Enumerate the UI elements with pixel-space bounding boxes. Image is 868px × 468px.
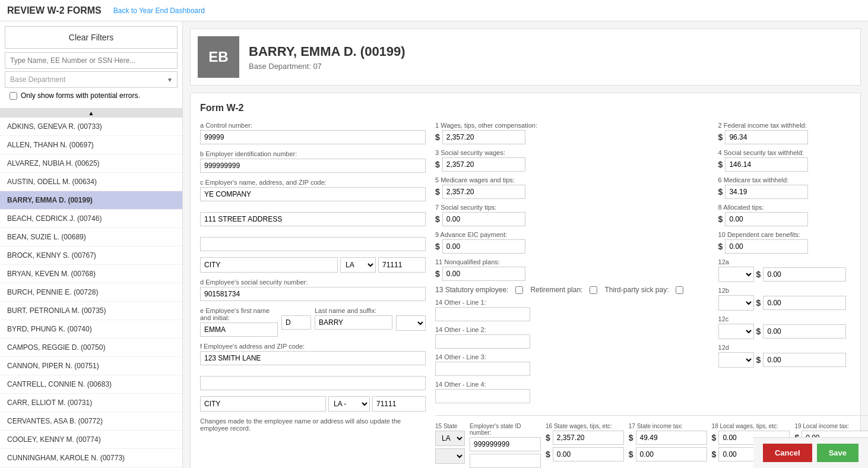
last-name-input[interactable] [315, 315, 392, 330]
sidebar-list-item[interactable]: BEAN, SUZIE L. (00689) [0, 228, 182, 246]
control-number-label: a Control number: [200, 122, 426, 129]
box14-1-input[interactable] [435, 307, 530, 321]
box8-input[interactable] [725, 212, 808, 226]
retirement-checkbox[interactable] [590, 286, 597, 294]
box14-3-row: 14 Other - Line 3: [435, 353, 707, 376]
ssn-label: d Employee's social security number: [200, 279, 426, 286]
main-layout: Clear Filters Base Department Only show … [0, 21, 868, 468]
employer-id-input[interactable] [200, 159, 426, 173]
box14-3-input[interactable] [435, 362, 530, 376]
box16-dollar2: $ [546, 450, 550, 459]
box17-row1-input[interactable] [636, 431, 707, 445]
employer-street2-input[interactable] [200, 237, 426, 251]
box9-input[interactable] [442, 239, 525, 254]
box11-row: 11 Nonqualified plans: $ [435, 258, 707, 281]
cancel-button[interactable]: Cancel [763, 444, 812, 462]
ssn-input[interactable] [200, 287, 426, 301]
employee-state-select[interactable]: LA - [328, 396, 370, 412]
sidebar-list-item[interactable]: ALVAREZ, NUBIA H. (00625) [0, 154, 182, 173]
employer-name-group: c Employer's name, address, and ZIP code… [200, 179, 426, 251]
box12b-code-select[interactable] [718, 295, 754, 311]
box5-input[interactable] [442, 185, 525, 199]
box16-row1-input[interactable] [553, 431, 624, 445]
box10-input[interactable] [725, 239, 808, 254]
box12c-input[interactable] [763, 324, 846, 339]
box12d-dollar: $ [756, 355, 761, 365]
employee-city-row: LA - [200, 396, 426, 412]
suffix-select[interactable] [396, 315, 426, 331]
box7-input[interactable] [442, 212, 525, 226]
box12d-code-select[interactable] [718, 352, 754, 368]
box12c-code-select[interactable] [718, 324, 754, 339]
box12a-code-select[interactable] [718, 267, 754, 282]
error-check-checkbox[interactable] [9, 92, 17, 100]
box12b-input[interactable] [763, 296, 846, 310]
thirdparty-checkbox[interactable] [676, 286, 683, 294]
state-row2 [435, 448, 465, 464]
box14-2-input[interactable] [435, 334, 530, 349]
employee-street2-input[interactable] [200, 376, 426, 390]
box14-1-row: 14 Other - Line 1: [435, 299, 707, 321]
box12b-dollar: $ [756, 298, 761, 308]
sidebar-list-item[interactable]: CERVANTES, ASA B. (00772) [0, 412, 182, 431]
box12c-dollar: $ [756, 327, 761, 336]
sidebar-list-item[interactable]: BROCK, KENNY S. (00767) [0, 246, 182, 265]
sidebar-list-item[interactable]: ALLEN, THANH N. (00697) [0, 136, 182, 154]
box17-row2-input[interactable] [636, 447, 707, 461]
box12d-label: 12d [718, 344, 868, 351]
scroll-up-button[interactable]: ▲ [0, 109, 182, 118]
sidebar-list-item[interactable]: BARRY, EMMA D. (00199) [0, 191, 182, 210]
sidebar-list-item[interactable]: CARR, ELLIOT M. (00731) [0, 394, 182, 412]
control-number-input[interactable] [200, 130, 426, 144]
middle-input[interactable] [281, 315, 311, 330]
sidebar-list-item[interactable]: BYRD, PHUNG K. (00740) [0, 320, 182, 339]
state-row1-state-select[interactable]: LA [435, 431, 465, 446]
box16-row2-input[interactable] [553, 447, 624, 461]
sidebar-list-item[interactable]: CAMPOS, REGGIE D. (00750) [0, 339, 182, 357]
sidebar-list-item[interactable]: BEACH, CEDRICK J. (00746) [0, 210, 182, 228]
box11-input[interactable] [442, 267, 525, 281]
box17-col: 17 State income tax: $ $ [629, 423, 707, 464]
sidebar-list-item[interactable]: BRYAN, KEVEN M. (00768) [0, 265, 182, 283]
box6-input[interactable] [725, 185, 808, 199]
employer-state-select[interactable]: LA [340, 257, 376, 273]
page-header: REVIEW W-2 FORMS Back to Year End Dashbo… [0, 0, 868, 21]
statutory-checkbox[interactable] [515, 286, 523, 294]
employee-zip-input[interactable] [372, 396, 426, 412]
sidebar-list-item[interactable]: COOLEY, KENNY M. (00774) [0, 431, 182, 449]
back-link[interactable]: Back to Year End Dashboard [113, 7, 205, 15]
box14-4-input[interactable] [435, 389, 530, 403]
sidebar-list-item[interactable]: CANNON, PIPER N. (00751) [0, 357, 182, 375]
box3-input[interactable] [442, 157, 525, 172]
form-right: 1 Wages, tips, other compensation: $ 3 S… [435, 122, 868, 468]
clear-filters-button[interactable]: Clear Filters [5, 26, 178, 49]
sidebar-list-item[interactable]: CANTRELL, CONNIE N. (00683) [0, 375, 182, 394]
sidebar-list-item[interactable]: BURCH, PENNIE E. (00728) [0, 283, 182, 302]
box1-input[interactable] [442, 130, 525, 144]
employer-city-input[interactable] [200, 257, 338, 273]
dept-select[interactable]: Base Department [5, 71, 178, 88]
search-input[interactable] [5, 52, 178, 69]
box2-input[interactable] [725, 130, 808, 144]
employer-name-input[interactable] [200, 187, 426, 201]
box17-label: 17 State income tax: [629, 423, 707, 429]
state-id-row2-input[interactable] [470, 454, 541, 468]
sidebar-list-item[interactable]: ADKINS, GENEVA R. (00733) [0, 118, 182, 136]
state-row2-state-select[interactable] [435, 448, 465, 464]
employer-street-input[interactable] [200, 212, 426, 226]
box12d-input[interactable] [763, 353, 846, 367]
sidebar-list-item[interactable]: CUNNINGHAM, KAROLE N. (00773) [0, 449, 182, 467]
box12c-label: 12c [718, 315, 868, 322]
box7-label: 7 Social security tips: [435, 204, 707, 211]
box12a-input[interactable] [763, 267, 846, 282]
first-name-input[interactable] [200, 322, 278, 337]
employer-zip-input[interactable] [378, 257, 426, 273]
sidebar-list-item[interactable]: AUSTIN, ODELL M. (00634) [0, 173, 182, 191]
employee-city-input[interactable] [200, 396, 326, 412]
box4-input[interactable] [725, 157, 808, 172]
save-button[interactable]: Save [817, 444, 859, 462]
state-id-row1-input[interactable] [470, 437, 541, 451]
employee-street-input[interactable] [200, 351, 426, 365]
error-check-row: Only show forms with potential errors. [5, 88, 178, 103]
sidebar-list-item[interactable]: BURT, PETRONILA M. (00735) [0, 302, 182, 320]
